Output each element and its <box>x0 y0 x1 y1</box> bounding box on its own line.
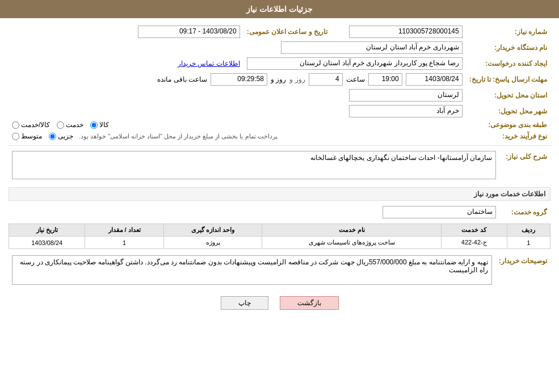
print-button[interactable]: چاپ <box>221 296 268 310</box>
service-group-value: ساختمان <box>9 204 499 220</box>
services-section-title: اطلاعات خدمات مورد نیاز <box>9 187 550 201</box>
col-need-date: تاریخ نیاز <box>9 224 85 237</box>
remaining-suffix: ساعت باقی مانده <box>157 75 207 83</box>
announcement-value: 1403/08/20 - 09:17 <box>9 24 243 40</box>
purchase-type-label: نوع فرآیند خرید: <box>466 130 550 142</box>
requester-input: رضا شجاع پور کاربرداز شهرداری خرم آباد ا… <box>247 57 463 70</box>
category-goods-item[interactable]: کالا <box>90 121 109 129</box>
category-service-label: خدمت <box>66 121 83 129</box>
separator1 <box>9 145 550 146</box>
col-service-code: کد خدمت <box>441 224 507 237</box>
purchase-partial-radio[interactable] <box>49 133 56 140</box>
announcement-input: 1403/08/20 - 09:17 <box>138 26 240 38</box>
days-label2: روز و <box>289 75 305 83</box>
deadline-date-input: 1403/08/24 <box>406 73 463 86</box>
delivery-city-input: خرم آباد <box>349 105 463 117</box>
delivery-city-label: شهر محل تحویل: <box>466 103 550 119</box>
back-button[interactable]: بازگشت <box>280 296 339 310</box>
buyer-org-label: نام دستگاه خریدار: <box>466 40 550 56</box>
response-deadline-label: مهلت ارسال پاسخ: تا تاریخ: <box>466 71 550 87</box>
service-group-input: ساختمان <box>383 206 496 218</box>
remaining-time-input: 09:29:58 <box>211 73 267 86</box>
purchase-medium-radio[interactable] <box>12 133 19 140</box>
category-goods-service-label: کالا/خدمت <box>21 121 50 129</box>
purchase-type-value: متوسط جزیی پرداخت تمام یا بخشی از مبلغ خ… <box>9 130 466 142</box>
contact-link-cell[interactable]: اطلاعات تماس خریدار <box>9 56 243 71</box>
days-label: روز و <box>271 75 286 83</box>
need-number-label: شماره نیاز: <box>466 24 550 40</box>
contact-info-link[interactable]: اطلاعات تماس خریدار <box>178 60 240 68</box>
purchase-partial-item[interactable]: جزیی <box>49 132 73 140</box>
category-goods-service-item[interactable]: کالا/خدمت <box>12 121 50 129</box>
buyer-notes-textarea[interactable] <box>12 255 492 285</box>
page-header: جزئیات اطلاعات نیاز <box>0 0 559 18</box>
days-input: 4 <box>309 73 343 86</box>
buyer-notes-value <box>9 254 495 288</box>
col-quantity: تعداد / مقدار <box>85 224 163 237</box>
announcement-label: تاریخ و ساعت اعلان عمومی: <box>243 24 339 40</box>
delivery-city-value: خرم آباد <box>9 103 466 119</box>
service-group-label: گروه خدمت: <box>499 204 550 220</box>
delivery-province-input: لرستان <box>349 89 463 102</box>
category-label: طبقه بندی موضوعی: <box>466 119 550 130</box>
time-input: 19:00 <box>368 73 402 86</box>
need-summary-label: شرح کلی نیاز: <box>499 149 550 183</box>
delivery-province-value: لرستان <box>9 87 466 103</box>
services-table: ردیف کد خدمت نام خدمت واحد اندازه گیری ت… <box>9 224 550 249</box>
time-label: ساعت <box>346 75 365 83</box>
need-summary-textarea[interactable] <box>12 151 496 179</box>
need-number-input: 1103005728000145 <box>349 26 463 38</box>
table-row: 1ج-42-422ساخت پروژه‌های تاسیسات شهریپروژ… <box>9 237 550 249</box>
purchase-type-note: پرداخت تمام یا بخشی از مبلغ خریدار از مح… <box>79 133 278 140</box>
need-number-value: 1103005728000145 <box>339 24 465 40</box>
col-row-num: ردیف <box>507 224 550 237</box>
category-goods-service-radio[interactable] <box>12 121 19 129</box>
category-service-item[interactable]: خدمت <box>57 121 83 129</box>
purchase-medium-label: متوسط <box>21 132 42 140</box>
category-goods-label: کالا <box>99 121 109 129</box>
button-row: چاپ بازگشت <box>9 296 550 310</box>
requester-label: ایجاد کننده درخواست: <box>466 56 550 71</box>
col-unit: واحد اندازه گیری <box>163 224 262 237</box>
delivery-province-label: استان محل تحویل: <box>466 87 550 103</box>
buyer-org-value: شهرداری خرم آباد استان لرستان <box>9 40 466 56</box>
category-goods-radio[interactable] <box>90 121 98 129</box>
category-service-radio[interactable] <box>57 121 64 129</box>
response-deadline-value: ساعت باقی مانده 09:29:58 روز و روز و 4 س… <box>9 71 466 87</box>
requester-value: رضا شجاع پور کاربرداز شهرداری خرم آباد ا… <box>243 56 466 71</box>
need-summary-value <box>9 149 499 183</box>
purchase-partial-label: جزیی <box>58 132 73 140</box>
col-service-name: نام خدمت <box>262 224 442 237</box>
category-value: کالا/خدمت خدمت کالا <box>9 119 466 130</box>
buyer-org-input: شهرداری خرم آباد استان لرستان <box>281 41 463 54</box>
buyer-notes-label: توصیحات خریدار: <box>495 254 550 288</box>
purchase-medium-item[interactable]: متوسط <box>12 132 42 140</box>
